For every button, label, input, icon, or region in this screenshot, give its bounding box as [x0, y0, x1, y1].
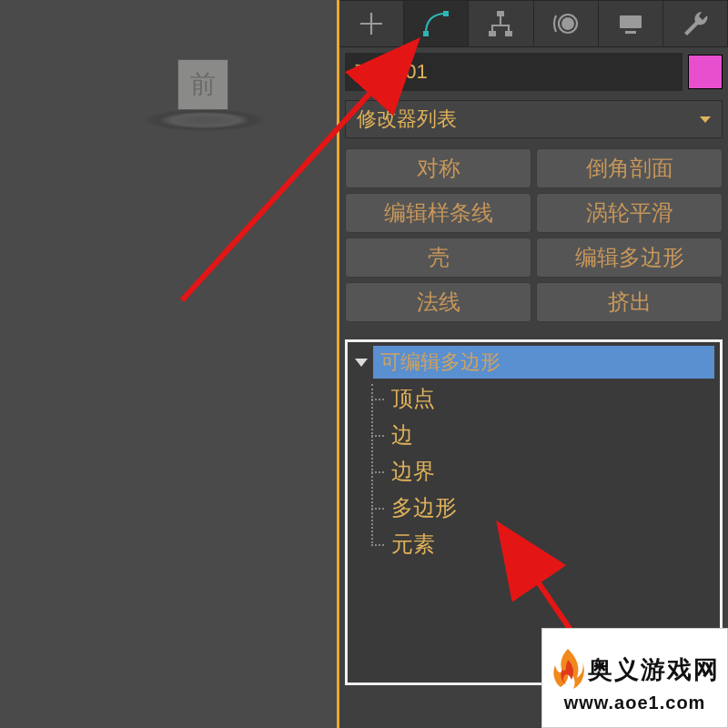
tab-create[interactable]: [339, 0, 404, 46]
stack-subobject-list: 顶点 边 边界 多边形 元素: [380, 380, 714, 562]
object-name-text: 对象001: [354, 60, 428, 83]
svg-rect-8: [625, 31, 636, 34]
svg-rect-3: [489, 31, 496, 36]
tab-utilities[interactable]: [663, 0, 728, 46]
object-color-swatch[interactable]: [688, 55, 723, 89]
plus-icon: [356, 8, 387, 39]
view-cube[interactable]: 前: [177, 59, 228, 110]
motion-sphere-icon: [551, 8, 581, 39]
object-name-row: 对象001: [339, 47, 728, 96]
modifier-buttons-grid: 对称 倒角剖面 编辑样条线 涡轮平滑 壳 编辑多边形 法线 挤出: [339, 144, 728, 327]
subobject-edge[interactable]: 边: [380, 417, 714, 453]
svg-rect-2: [497, 11, 504, 16]
object-name-input[interactable]: 对象001: [345, 53, 682, 91]
svg-rect-1: [443, 11, 449, 16]
subobject-polygon[interactable]: 多边形: [380, 490, 714, 526]
modifier-list-dropdown[interactable]: 修改器列表: [345, 100, 723, 138]
view-cube-face-label: 前: [190, 67, 216, 102]
chevron-down-icon: [700, 116, 711, 123]
tab-display[interactable]: [599, 0, 663, 46]
watermark-badge: 奥义游戏网 www.aoe1.com: [541, 628, 728, 728]
tab-hierarchy[interactable]: [469, 0, 533, 46]
stack-root-label[interactable]: 可编辑多边形: [373, 346, 714, 379]
mod-button-bevel-profile[interactable]: 倒角剖面: [536, 148, 723, 188]
svg-rect-4: [505, 31, 512, 36]
mod-button-extrude[interactable]: 挤出: [536, 282, 723, 322]
subobject-element[interactable]: 元素: [380, 526, 714, 562]
subobject-vertex[interactable]: 顶点: [380, 380, 714, 417]
viewport-ground-shadow: [146, 109, 264, 131]
modify-arc-icon: [420, 8, 451, 39]
command-panel: 对象001 修改器列表 对称 倒角剖面 编辑样条线 涡轮平滑 壳 编辑多边形 法…: [339, 0, 728, 728]
tab-motion[interactable]: [534, 0, 599, 46]
stack-root-row[interactable]: 可编辑多边形: [353, 346, 714, 379]
mod-button-symmetry[interactable]: 对称: [345, 148, 531, 188]
viewport-3d[interactable]: 前: [0, 0, 337, 728]
subobject-border[interactable]: 边界: [380, 453, 714, 490]
svg-rect-0: [423, 31, 429, 36]
tab-modify[interactable]: [404, 0, 469, 46]
watermark-url: www.aoe1.com: [564, 693, 706, 713]
mod-button-shell[interactable]: 壳: [345, 238, 531, 278]
expand-triangle-icon[interactable]: [355, 359, 368, 367]
mod-button-edit-poly[interactable]: 编辑多边形: [536, 238, 723, 278]
monitor-icon: [615, 8, 646, 39]
modifier-list-label: 修改器列表: [357, 106, 457, 133]
hierarchy-icon: [485, 8, 516, 39]
wrench-icon: [680, 8, 711, 39]
mod-button-turbosmooth[interactable]: 涡轮平滑: [536, 193, 723, 233]
svg-rect-7: [620, 15, 642, 28]
mod-button-normal[interactable]: 法线: [345, 282, 531, 322]
svg-point-6: [561, 17, 574, 30]
flame-icon: [550, 647, 586, 693]
command-panel-tabs: [339, 0, 728, 47]
mod-button-edit-spline[interactable]: 编辑样条线: [345, 193, 531, 233]
watermark-name: 奥义游戏网: [588, 653, 720, 686]
